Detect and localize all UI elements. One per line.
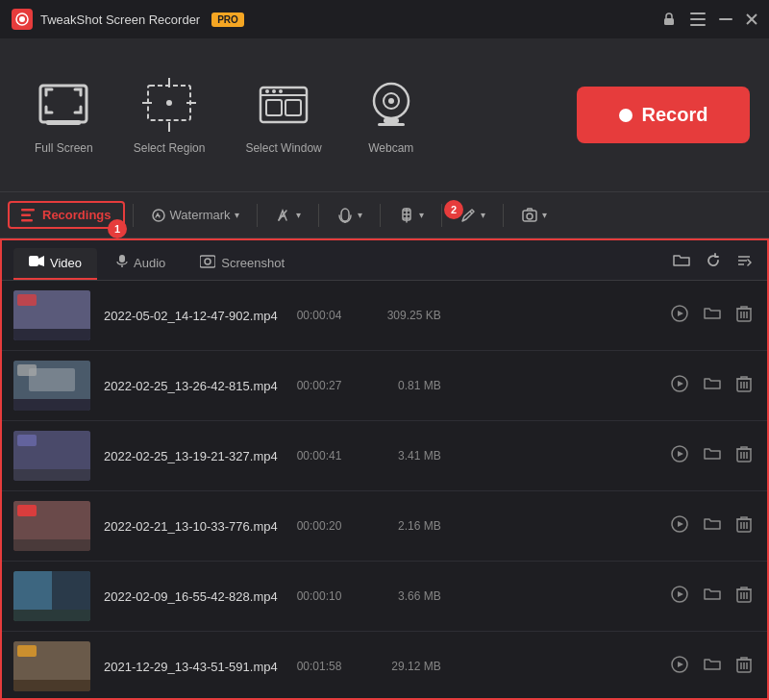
menu-button[interactable]: [690, 12, 706, 26]
recording-thumb: [13, 361, 90, 411]
tab-screenshot[interactable]: Screenshot: [185, 248, 300, 280]
main-content: Video Audio Screenshot: [0, 238, 769, 700]
app-icon: [12, 9, 33, 30]
svg-point-39: [527, 213, 533, 219]
refresh-button[interactable]: [702, 249, 725, 276]
recording-size: 3.41 MB: [374, 449, 441, 462]
open-folder-rec-button[interactable]: [700, 653, 725, 681]
recording-thumb: [13, 431, 90, 481]
full-screen-icon: [35, 76, 92, 134]
recording-size: 0.81 MB: [374, 379, 441, 392]
table-row[interactable]: 2021-12-29_13-43-51-591.mp4 00:01:58 29.…: [2, 632, 767, 698]
title-bar: TweakShot Screen Recorder PRO: [0, 0, 769, 38]
recording-meta: 2021-12-29_13-43-51-591.mp4 00:01:58 29.…: [104, 660, 654, 674]
recordings-list: 2022-05-02_14-12-47-902.mp4 00:00:04 309…: [2, 281, 767, 698]
record-button[interactable]: Record: [577, 87, 750, 143]
open-folder-rec-button[interactable]: [700, 442, 725, 470]
open-folder-rec-button[interactable]: [700, 372, 725, 400]
title-bar-right: [661, 12, 757, 27]
play-button[interactable]: [667, 512, 692, 541]
play-button[interactable]: [667, 441, 692, 471]
minimize-button[interactable]: [719, 18, 732, 20]
svg-marker-56: [678, 381, 683, 387]
select-window-button[interactable]: Select Window: [230, 66, 336, 164]
mic-arrow: ▾: [419, 210, 424, 220]
screenshot-tab-label: Screenshot: [221, 256, 285, 270]
webcam-icon: [362, 76, 420, 134]
main-toolbar: Full Screen Select Region: [0, 38, 769, 192]
table-row[interactable]: 2022-02-25_13-26-42-815.mp4 00:00:27 0.8…: [2, 351, 767, 421]
tab-audio[interactable]: Audio: [101, 248, 181, 280]
webcam-button[interactable]: Webcam: [347, 66, 435, 164]
table-row[interactable]: 2022-02-09_16-55-42-828.mp4 00:00:10 3.6…: [2, 562, 767, 632]
play-button[interactable]: [667, 301, 692, 331]
open-folder-rec-button[interactable]: [700, 512, 725, 540]
svg-marker-84: [678, 662, 683, 667]
open-folder-button[interactable]: [669, 249, 694, 276]
table-row[interactable]: 2022-02-21_13-10-33-776.mp4 00:00:20 2.1…: [2, 491, 767, 562]
svg-point-26: [388, 98, 394, 104]
webcam-label: Webcam: [368, 141, 413, 155]
recording-thumb: [13, 641, 90, 691]
title-bar-left: TweakShot Screen Recorder PRO: [12, 9, 244, 30]
table-row[interactable]: 2022-05-02_14-12-47-902.mp4 00:00:04 309…: [2, 281, 767, 351]
mic-button[interactable]: ▾: [388, 201, 434, 230]
delete-button[interactable]: [732, 582, 756, 612]
select-region-icon: [140, 76, 198, 134]
screenshot-arrow: ▾: [542, 210, 547, 220]
effects-button[interactable]: ▾: [265, 201, 310, 230]
tab-video[interactable]: Video: [13, 248, 97, 280]
open-folder-rec-button[interactable]: [700, 302, 725, 330]
select-window-label: Select Window: [245, 141, 321, 155]
screenshot-btn[interactable]: ▾: [511, 201, 557, 230]
annotation-arrow: ▾: [481, 210, 485, 220]
record-label: Record: [642, 104, 708, 126]
svg-rect-43: [200, 256, 215, 267]
svg-rect-4: [690, 18, 706, 20]
select-region-button[interactable]: Select Region: [118, 66, 221, 164]
play-button[interactable]: [667, 652, 692, 682]
watermark-arrow: ▾: [235, 210, 239, 220]
tabs-bar: Video Audio Screenshot: [2, 240, 767, 281]
watermark-button[interactable]: Watermark ▾: [141, 202, 249, 229]
svg-rect-41: [119, 255, 125, 262]
recording-size: 2.16 MB: [374, 519, 441, 533]
recording-meta: 2022-02-25_13-19-21-327.mp4 00:00:41 3.4…: [104, 449, 654, 463]
recording-duration: 00:00:41: [297, 449, 355, 462]
svg-rect-31: [21, 219, 33, 222]
delete-button[interactable]: [732, 512, 756, 541]
full-screen-label: Full Screen: [35, 141, 93, 155]
close-button[interactable]: [746, 13, 757, 25]
sort-button[interactable]: [732, 249, 756, 276]
recordings-button[interactable]: Recordings: [8, 201, 125, 229]
audio-tab-label: Audio: [134, 256, 165, 270]
secondary-toolbar: Recordings Watermark ▾ ▾ ▾ ▾: [0, 192, 769, 238]
recording-thumb: [13, 501, 90, 551]
open-folder-rec-button[interactable]: [700, 583, 725, 611]
svg-rect-30: [21, 213, 31, 216]
audio-button[interactable]: ▾: [327, 201, 372, 230]
svg-line-37: [470, 212, 472, 213]
svg-point-19: [265, 89, 269, 93]
table-row[interactable]: 2022-02-25_13-19-21-327.mp4 00:00:41 3.4…: [2, 421, 767, 491]
recording-filename: 2022-02-09_16-55-42-828.mp4: [104, 589, 278, 604]
separator-3: [318, 204, 319, 227]
play-button[interactable]: [667, 371, 692, 401]
svg-rect-5: [690, 24, 706, 26]
lock-button[interactable]: [661, 12, 677, 27]
full-screen-button[interactable]: Full Screen: [19, 66, 109, 164]
delete-button[interactable]: [732, 371, 756, 401]
play-button[interactable]: [667, 582, 692, 612]
svg-marker-63: [678, 451, 683, 457]
delete-button[interactable]: [732, 652, 756, 682]
audio-tab-icon: [116, 255, 128, 271]
recording-filename: 2021-12-29_13-43-51-591.mp4: [104, 660, 278, 674]
select-region-label: Select Region: [134, 141, 206, 155]
delete-button[interactable]: [732, 301, 756, 331]
recording-size: 3.66 MB: [374, 589, 441, 603]
recording-actions: [667, 371, 756, 401]
app-title: TweakShot Screen Recorder: [40, 12, 200, 27]
delete-button[interactable]: [732, 441, 756, 471]
recordings-label: Recordings: [42, 208, 112, 222]
recording-actions: [667, 652, 756, 682]
